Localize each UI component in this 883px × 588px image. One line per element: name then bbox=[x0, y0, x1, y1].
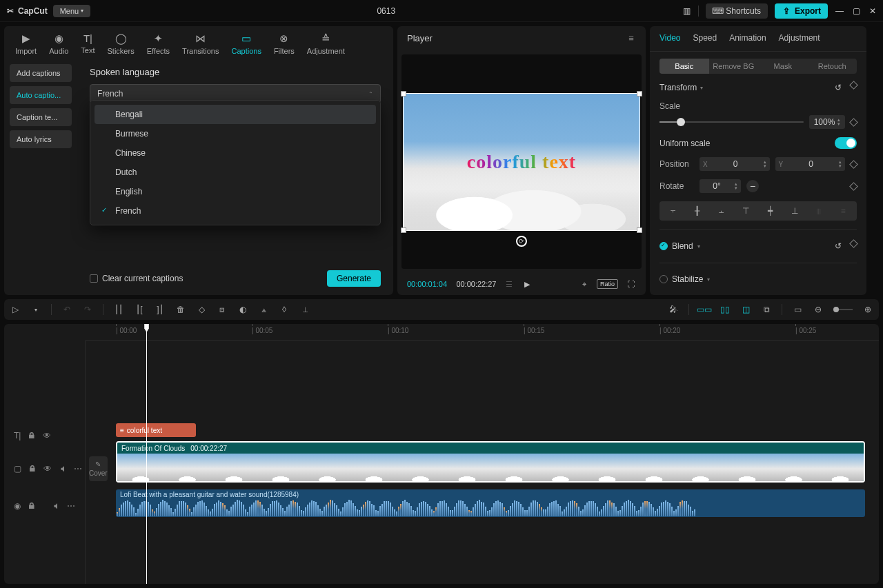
tab-text[interactable]: T|Text bbox=[75, 29, 100, 59]
preview-text-overlay[interactable]: colorful text bbox=[467, 151, 576, 173]
lock-icon[interactable]: 🔒︎ bbox=[28, 431, 36, 440]
eye-icon[interactable]: 👁︎ bbox=[43, 431, 51, 440]
more-icon[interactable]: ⋯ bbox=[67, 501, 75, 511]
close-button[interactable]: ✕ bbox=[868, 6, 877, 16]
lock-icon[interactable]: 🔒︎ bbox=[28, 501, 36, 511]
zoom-slider[interactable] bbox=[833, 309, 853, 310]
lang-option-english[interactable]: English bbox=[95, 182, 376, 201]
sub-tab-mask[interactable]: Mask bbox=[758, 59, 808, 74]
lang-option-dutch[interactable]: Dutch bbox=[95, 163, 376, 182]
freeze-icon[interactable]: ⧈ bbox=[217, 304, 228, 315]
fullscreen-icon[interactable]: ⛶ bbox=[625, 278, 636, 290]
caption-side-add-captions[interactable]: Add captions bbox=[10, 64, 72, 82]
rotate-input[interactable]: 0°▴▾ bbox=[700, 179, 741, 193]
tab-transitions[interactable]: ⋈Transitions bbox=[177, 29, 224, 59]
caption-side-auto-lyrics[interactable]: Auto lyrics bbox=[10, 130, 72, 148]
mute-icon[interactable]: 🔈︎ bbox=[59, 464, 67, 474]
mirror-icon[interactable]: ⟁ bbox=[258, 304, 269, 315]
lang-option-burmese[interactable]: Burmese bbox=[95, 124, 376, 143]
transform-section[interactable]: Transform▾ bbox=[659, 83, 703, 92]
pointer-dropdown-icon[interactable]: ▾ bbox=[30, 304, 41, 315]
uniform-scale-toggle[interactable] bbox=[835, 137, 857, 149]
crop-icon[interactable]: ⌖ bbox=[579, 278, 590, 290]
rotate-tool-icon[interactable]: ◊ bbox=[279, 304, 290, 315]
list-icon[interactable]: ☰ bbox=[504, 278, 515, 290]
reset-icon[interactable]: ↺ bbox=[833, 82, 844, 93]
maximize-button[interactable]: ▢ bbox=[851, 6, 861, 16]
more-icon[interactable]: ⋯ bbox=[74, 464, 82, 474]
magnet-clip-icon[interactable]: ◫ bbox=[740, 304, 751, 315]
sub-tab-remove-bg[interactable]: Remove BG bbox=[709, 59, 759, 74]
layout-icon[interactable]: ▥ bbox=[682, 6, 691, 16]
position-x-input[interactable]: X0▴▾ bbox=[700, 157, 770, 171]
play-button[interactable]: ▶ bbox=[522, 278, 533, 290]
generate-button[interactable]: Generate bbox=[327, 270, 381, 287]
tab-adjustment[interactable]: ≙Adjustment bbox=[301, 29, 350, 59]
timeline-tracks[interactable]: ≡colorful text Formation Of Clouds00:00:… bbox=[86, 341, 879, 584]
split-left-icon[interactable]: ⎮[ bbox=[134, 304, 145, 315]
crop-tool-icon[interactable]: ⟂ bbox=[299, 304, 310, 315]
export-button[interactable]: ⇪Export bbox=[775, 3, 828, 19]
lang-option-chinese[interactable]: Chinese bbox=[95, 143, 376, 163]
lang-option-french[interactable]: ✓French bbox=[95, 201, 376, 221]
position-y-input[interactable]: Y0▴▾ bbox=[775, 157, 846, 171]
ratio-button[interactable]: Ratio bbox=[597, 279, 618, 289]
zoom-out-icon[interactable]: ⊖ bbox=[813, 304, 824, 315]
clear-captions-checkbox[interactable]: Clear current captions bbox=[90, 274, 183, 283]
align-right-icon[interactable]: ⫠ bbox=[711, 203, 733, 219]
eye-icon[interactable]: 👁︎ bbox=[43, 464, 52, 474]
delete-icon[interactable]: 🗑 bbox=[175, 304, 186, 315]
audio-clip[interactable]: Lofi Beat with a pleasant guitar and wat… bbox=[116, 489, 865, 517]
reverse-icon[interactable]: ◐ bbox=[237, 304, 248, 315]
undo-icon[interactable]: ↶ bbox=[61, 304, 72, 315]
magnet-main-icon[interactable]: ▭▭ bbox=[699, 304, 710, 315]
tab-import[interactable]: ▶Import bbox=[10, 29, 42, 59]
insp-tab-video[interactable]: Video bbox=[659, 33, 680, 44]
magnet-track-icon[interactable]: ▯▯ bbox=[720, 304, 731, 315]
player-viewport[interactable]: colorful text ⟳ bbox=[401, 54, 642, 269]
marker-icon[interactable]: ◇ bbox=[196, 304, 207, 315]
blend-section[interactable]: Blend▾ bbox=[659, 241, 700, 251]
shortcuts-button[interactable]: ⌨Shortcuts bbox=[706, 3, 768, 19]
link-icon[interactable]: ⧉ bbox=[761, 304, 772, 315]
menu-button[interactable]: Menu▾ bbox=[53, 5, 91, 17]
align-bottom-icon[interactable]: ⊥ bbox=[783, 203, 806, 219]
keyframe-icon[interactable] bbox=[849, 118, 858, 127]
text-clip[interactable]: ≡colorful text bbox=[116, 423, 196, 437]
align-center-h-icon[interactable]: ╂ bbox=[686, 203, 708, 219]
align-top-icon[interactable]: ⊤ bbox=[735, 203, 757, 219]
stabilize-section[interactable]: Stabilize▾ bbox=[659, 274, 710, 284]
video-clip[interactable]: Formation Of Clouds00:00:22:27 bbox=[116, 441, 865, 483]
scale-value[interactable]: 100%▴▾ bbox=[809, 115, 845, 129]
lang-option-bengali[interactable]: Bengali bbox=[95, 105, 376, 124]
split-icon[interactable]: ⎮⎮ bbox=[113, 304, 124, 315]
keyframe-icon[interactable] bbox=[849, 81, 858, 90]
scale-slider[interactable] bbox=[659, 121, 804, 123]
preview-toggle-icon[interactable]: ▭ bbox=[792, 304, 803, 315]
minimize-button[interactable]: — bbox=[835, 6, 844, 16]
sub-tab-basic[interactable]: Basic bbox=[659, 59, 709, 74]
caption-side-auto-captio---[interactable]: Auto captio... bbox=[10, 86, 72, 104]
sub-tab-retouch[interactable]: Retouch bbox=[808, 59, 857, 74]
insp-tab-speed[interactable]: Speed bbox=[693, 33, 717, 44]
redo-icon[interactable]: ↷ bbox=[82, 304, 93, 315]
tab-effects[interactable]: ✦Effects bbox=[141, 29, 175, 59]
tab-captions[interactable]: ▭Captions bbox=[226, 29, 266, 59]
tab-audio[interactable]: ◉Audio bbox=[43, 29, 74, 59]
pointer-tool-icon[interactable]: ▷ bbox=[10, 304, 21, 315]
caption-side-caption-te---[interactable]: Caption te... bbox=[10, 108, 72, 126]
tab-stickers[interactable]: ◯Stickers bbox=[102, 29, 140, 59]
keyframe-icon[interactable] bbox=[849, 182, 858, 191]
insp-tab-animation[interactable]: Animation bbox=[729, 33, 766, 44]
reset-icon[interactable]: ↺ bbox=[833, 241, 844, 252]
mic-icon[interactable]: 🎤︎ bbox=[668, 304, 679, 315]
keyframe-icon[interactable] bbox=[849, 160, 858, 169]
mute-icon[interactable]: 🔈︎ bbox=[52, 501, 60, 511]
keyframe-icon[interactable] bbox=[849, 239, 858, 248]
lock-icon[interactable]: 🔒︎ bbox=[28, 464, 37, 474]
refresh-icon[interactable]: ⟳ bbox=[516, 236, 527, 247]
insp-tab-adjustment[interactable]: Adjustment bbox=[779, 33, 820, 44]
align-center-v-icon[interactable]: ┿ bbox=[759, 203, 782, 219]
zoom-in-icon[interactable]: ⊕ bbox=[862, 304, 873, 315]
align-left-icon[interactable]: ⫟ bbox=[662, 203, 684, 219]
